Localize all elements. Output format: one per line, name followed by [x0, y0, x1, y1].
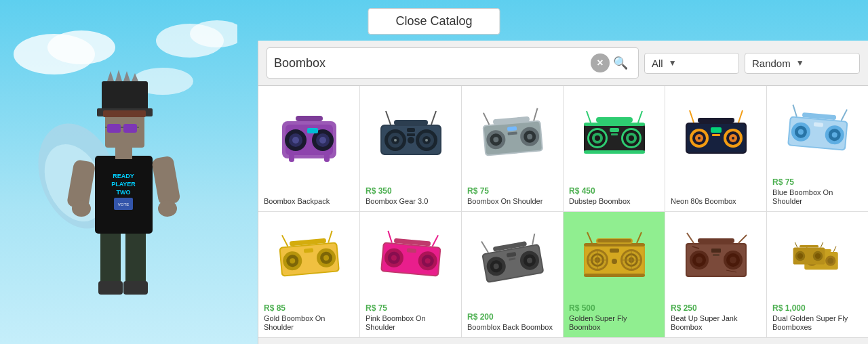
item-image: [363, 89, 458, 185]
svg-line-106: [690, 110, 694, 123]
svg-rect-46: [324, 152, 330, 162]
search-box: × 🔍: [267, 47, 639, 79]
svg-line-129: [281, 235, 287, 247]
svg-rect-58: [407, 133, 415, 136]
item-name: Dual Golden Super Fly Boomboxes: [770, 314, 865, 335]
category-dropdown[interactable]: All ▼: [644, 53, 739, 74]
item-dual-golden-super-fly-boomboxes[interactable]: R$ 1,000 Dual Golden Super Fly Boomboxes: [767, 212, 868, 337]
svg-line-107: [738, 110, 743, 123]
svg-marker-26: [115, 70, 122, 81]
item-neon-80s-boombox[interactable]: — Neon 80s Boombox: [665, 86, 767, 211]
item-image: [770, 89, 865, 176]
item-pink-boombox-on-shoulder[interactable]: R$ 75 Pink Boombox On Shoulder: [360, 212, 462, 337]
svg-marker-25: [107, 71, 114, 81]
svg-rect-78: [584, 123, 645, 126]
sort-value: Random: [752, 58, 791, 69]
svg-text:READY: READY: [113, 173, 134, 179]
item-price: R$ 75: [465, 185, 560, 197]
svg-rect-43: [307, 128, 318, 133]
item-beat-up-super-jank-boombox[interactable]: R$ 250 Beat Up Super Jank Boombox: [665, 212, 767, 337]
svg-point-19: [72, 200, 91, 217]
svg-point-83: [595, 135, 600, 141]
item-boombox-backpack[interactable]: — Boombox Backpack: [258, 86, 360, 211]
svg-rect-210: [799, 245, 818, 248]
svg-line-203: [833, 246, 836, 251]
svg-text:VOTE: VOTE: [118, 202, 129, 207]
grid-row-1: — Boombox Backpack: [258, 86, 868, 212]
item-image: [465, 215, 560, 311]
search-input[interactable]: [274, 56, 591, 70]
svg-line-180: [637, 232, 642, 243]
item-image: [465, 89, 560, 185]
svg-point-52: [394, 139, 397, 142]
svg-rect-175: [610, 249, 619, 253]
item-image: [566, 89, 662, 185]
item-blue-boombox-on-shoulder[interactable]: R$ 75 Blue Boombox On Shoulder: [767, 86, 868, 211]
sort-arrow: ▼: [796, 58, 804, 68]
character-svg: READY PLAYER TWO VOTE: [0, 0, 237, 344]
item-name: Boomblox Back Boombox: [465, 323, 560, 335]
svg-point-98: [698, 137, 701, 139]
svg-line-142: [432, 235, 437, 247]
svg-line-179: [587, 232, 592, 243]
item-price: R$ 200: [465, 311, 560, 323]
close-catalog-button[interactable]: Close Catalog: [368, 8, 500, 35]
item-boombox-gear-3[interactable]: R$ 350 Boombox Gear 3.0: [360, 86, 462, 211]
svg-rect-45: [289, 152, 294, 162]
svg-rect-105: [698, 118, 734, 123]
category-value: All: [652, 58, 663, 69]
svg-rect-9: [98, 281, 123, 295]
svg-point-87: [629, 135, 634, 141]
svg-line-73: [483, 112, 489, 125]
svg-line-141: [387, 231, 392, 243]
svg-point-20: [158, 200, 177, 217]
category-arrow: ▼: [669, 58, 677, 68]
svg-rect-90: [596, 117, 633, 123]
sort-dropdown[interactable]: Random ▼: [745, 53, 860, 74]
svg-line-118: [841, 109, 846, 121]
item-image: [566, 215, 662, 302]
item-price: R$ 350: [363, 185, 458, 197]
svg-point-200: [827, 258, 833, 264]
item-price: R$ 450: [566, 185, 662, 197]
item-golden-super-fly-boombox[interactable]: R$ 500 Golden Super Fly Boombox: [564, 212, 665, 337]
search-icon[interactable]: 🔍: [610, 52, 631, 74]
svg-point-56: [425, 139, 428, 142]
character-area: READY PLAYER TWO VOTE: [0, 0, 264, 344]
svg-rect-29: [107, 124, 121, 133]
svg-line-91: [587, 111, 591, 123]
item-name: Neon 80s Boombox: [668, 197, 764, 209]
svg-rect-44: [296, 116, 323, 121]
item-image: [770, 215, 865, 302]
svg-point-187: [696, 257, 703, 263]
svg-line-74: [532, 108, 538, 121]
svg-rect-79: [584, 150, 645, 154]
svg-line-117: [791, 104, 797, 116]
item-price: R$ 250: [668, 302, 764, 314]
svg-rect-7: [100, 230, 121, 284]
svg-line-92: [638, 111, 642, 123]
item-name: Boombox Backpack: [261, 197, 357, 209]
svg-rect-160: [584, 274, 645, 277]
item-name: Gold Boombox On Shoulder: [261, 314, 357, 335]
svg-point-176: [612, 259, 617, 264]
item-boombox-on-shoulder-1[interactable]: R$ 75 Boombox On Shoulder: [462, 86, 564, 211]
item-name: Golden Super Fly Boombox: [566, 314, 662, 335]
item-gold-boombox-on-shoulder[interactable]: R$ 85 Gold Boombox On Shoulder: [258, 212, 360, 337]
item-name: Boombox Gear 3.0: [363, 197, 458, 209]
item-name: Boombox On Shoulder: [465, 197, 560, 209]
svg-line-211: [795, 242, 797, 248]
svg-rect-104: [712, 134, 720, 136]
svg-rect-140: [406, 248, 416, 253]
svg-rect-62: [394, 120, 428, 125]
search-clear-button[interactable]: ×: [591, 53, 610, 72]
item-boomblox-back-boombox[interactable]: R$ 200 Boomblox Back Boombox: [462, 212, 564, 337]
catalog-panel: × 🔍 All ▼ Random ▼: [258, 41, 868, 344]
svg-rect-88: [610, 128, 619, 132]
item-dubstep-boombox[interactable]: R$ 450 Dubstep Boombox: [564, 86, 665, 211]
svg-line-194: [687, 233, 694, 243]
svg-point-209: [814, 253, 820, 259]
svg-rect-18: [151, 155, 181, 205]
item-price: R$ 500: [566, 302, 662, 314]
catalog-grid: — Boombox Backpack: [258, 86, 868, 344]
